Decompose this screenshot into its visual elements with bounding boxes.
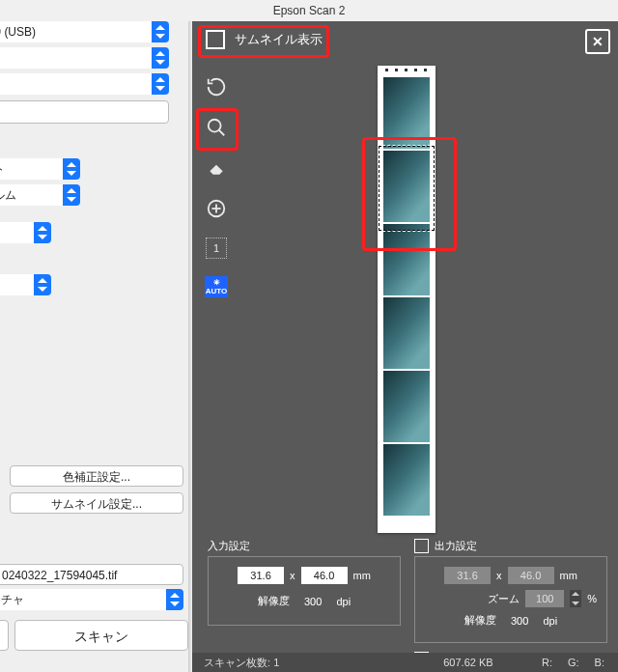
select-one-icon[interactable]: 1 <box>206 238 227 259</box>
eraser-icon[interactable] <box>205 156 228 180</box>
status-b: B: <box>595 657 604 668</box>
svg-point-0 <box>209 120 221 132</box>
rotate-icon[interactable] <box>205 75 228 98</box>
input-height-field[interactable]: 46.0 <box>301 567 348 584</box>
auto-icon[interactable]: ✳ AUTO <box>205 276 228 297</box>
film-frame[interactable] <box>383 224 430 295</box>
output-settings-checkbox[interactable] <box>414 539 429 553</box>
transparency-unit-value: 透過原稿ユニット <box>0 162 5 176</box>
film-frame[interactable] <box>383 444 430 516</box>
settings-pane: ON GT-S640/F740 (USB) の設定 トモード 拡張設定 透過原稿… <box>0 21 188 672</box>
mode-select[interactable]: トモード <box>0 73 169 95</box>
close-icon[interactable]: ✕ <box>585 29 610 54</box>
quality-select[interactable]: 画質優先 <box>0 274 51 295</box>
zoom-stepper[interactable] <box>570 590 581 607</box>
destination-select[interactable]: チャ <box>0 589 183 610</box>
film-frame[interactable] <box>383 77 430 149</box>
output-settings-panel: 31.6 x 46.0 mm ズーム 100 % 解像度 300 <box>414 556 607 643</box>
status-r: R: <box>542 657 552 668</box>
thumbnail-bar: サムネイル表示 <box>192 21 618 58</box>
selection-marquee[interactable] <box>378 145 435 232</box>
output-height-field: 46.0 <box>508 567 554 584</box>
scan-button[interactable]: スキャン <box>14 620 188 651</box>
device-select[interactable]: ON GT-S640/F740 (USB) <box>0 21 169 42</box>
input-settings-panel: 31.6 x 46.0 mm 解像度 300 dpi <box>208 556 401 626</box>
film-type-value: カラーネガフィルム <box>0 188 16 202</box>
status-g: G: <box>568 657 579 668</box>
output-width-field: 31.6 <box>444 567 491 584</box>
output-settings-label: 出力設定 <box>435 539 477 553</box>
advanced-tab[interactable]: 拡張設定 <box>0 100 169 124</box>
input-settings-label: 入力設定 <box>208 539 250 553</box>
input-width-field[interactable]: 31.6 <box>238 567 284 584</box>
film-frame[interactable] <box>383 371 430 442</box>
thumbnail-label: サムネイル表示 <box>235 31 323 48</box>
window-title: Epson Scan 2 <box>0 0 618 21</box>
filename-field[interactable]: 0240322_17594045.tif <box>0 564 183 585</box>
film-type-select[interactable]: カラーネガフィルム <box>0 184 80 206</box>
svg-marker-2 <box>210 165 222 175</box>
zoom-field: 100 <box>525 590 564 607</box>
thumbnail-checkbox[interactable] <box>206 30 225 49</box>
settings-select[interactable]: の設定 <box>0 47 169 69</box>
status-filesize: 607.62 KB <box>443 657 492 668</box>
transparency-unit-select[interactable]: 透過原稿ユニット <box>0 158 80 180</box>
color-depth-select[interactable]: 24bit カラー <box>0 222 51 243</box>
device-value: ON GT-S640/F740 (USB) <box>0 25 36 39</box>
svg-line-1 <box>219 130 225 136</box>
color-correction-button[interactable]: 色補正設定... <box>10 465 183 487</box>
size-panels: 入力設定 31.6 x 46.0 mm 解像度 300 dpi <box>192 539 618 649</box>
add-icon[interactable] <box>205 197 228 220</box>
film-frame[interactable] <box>383 297 430 369</box>
film-strip-preview[interactable] <box>378 66 435 533</box>
preview-toolbar: 1 ✳ AUTO <box>202 75 231 297</box>
preview-pane: サムネイル表示 ✕ 1 ✳ AUTO <box>192 21 618 672</box>
secondary-button[interactable] <box>0 620 9 651</box>
thumbnail-settings-button[interactable]: サムネイル設定... <box>10 492 183 514</box>
zoom-icon[interactable] <box>205 116 228 139</box>
status-bar: スキャン枚数: 1 607.62 KB R: G: B: <box>192 653 618 672</box>
